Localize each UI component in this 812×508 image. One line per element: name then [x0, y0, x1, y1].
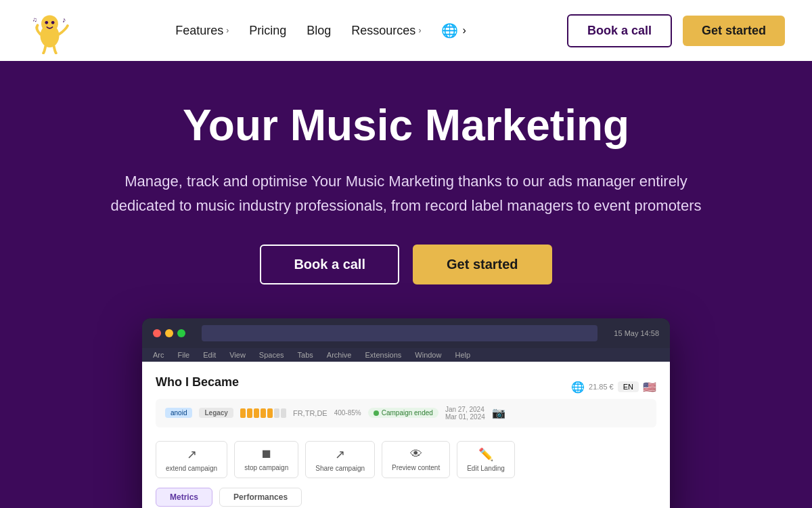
progress-bar-6 — [274, 408, 279, 418]
globe-small-icon: 🌐 — [571, 381, 585, 394]
start-date: Jan 27, 2024 — [445, 406, 485, 413]
browser-tabs-bar: Arc File Edit View Spaces Tabs Archive E… — [142, 348, 670, 362]
extensions-menu: Extensions — [365, 351, 402, 359]
nav-resources[interactable]: Ressources › — [351, 24, 421, 38]
resources-chevron-icon: › — [418, 26, 421, 35]
window-menu: Window — [415, 351, 441, 359]
lang-chevron-icon: › — [462, 24, 466, 37]
actions-and-metrics: ↗ extend campaign ⏹ stop campaign ↗ Shar… — [156, 434, 656, 478]
stop-icon: ⏹ — [261, 447, 273, 461]
nav-links: Features › Pricing Blog Ressources › 🌐 › — [175, 22, 466, 39]
language-badge: EN — [618, 381, 639, 392]
browser-content: Who I Became 🌐 21.85 € EN 🇺🇸 anoid Legac… — [142, 362, 670, 508]
url-bar[interactable] — [202, 325, 597, 341]
progress-bar-5 — [267, 408, 273, 418]
arc-tab: Arc — [153, 351, 164, 359]
campaign-status-tag: Campaign ended — [368, 408, 438, 418]
lang-flag-icon: 🇺🇸 — [643, 381, 656, 394]
book-call-hero-button[interactable]: Book a call — [260, 245, 399, 284]
edit-landing-button[interactable]: ✏️ Edit Landing — [457, 441, 515, 478]
book-call-nav-button[interactable]: Book a call — [567, 14, 672, 47]
navbar: ♪ ♫ Features › Pricing Blog Ressources ›… — [0, 0, 812, 61]
budget-value: 21.85 € — [589, 383, 614, 391]
progress-bars — [240, 408, 286, 418]
edit-icon: ✏️ — [478, 447, 493, 462]
hero-cta-buttons: Book a call Get started — [260, 245, 551, 284]
tabs-menu: Tabs — [298, 351, 313, 359]
extend-campaign-button[interactable]: ↗ extend campaign — [156, 441, 227, 478]
minimize-window-icon — [165, 329, 173, 337]
view-menu: View — [229, 351, 246, 359]
share-icon: ↗ — [335, 447, 345, 462]
adr-percent: 400-85% — [334, 409, 361, 417]
nav-blog[interactable]: Blog — [307, 24, 331, 38]
nav-actions: Book a call Get started — [567, 14, 785, 47]
preview-icon: 👁 — [410, 447, 422, 461]
extend-icon: ↗ — [187, 447, 197, 462]
stop-campaign-button[interactable]: ⏹ stop campaign — [234, 441, 298, 478]
archive-menu: Archive — [327, 351, 352, 359]
svg-point-2 — [45, 21, 48, 24]
language-selector[interactable]: 🌐 › — [441, 22, 466, 39]
get-started-nav-button[interactable]: Get started — [683, 16, 785, 46]
geo-tag: FR,TR,DE — [293, 409, 328, 417]
hero-section: Your Music Marketing Manage, track and o… — [0, 61, 812, 508]
end-date: Mar 01, 2024 — [445, 413, 485, 421]
spaces-menu: Spaces — [259, 351, 284, 359]
globe-icon: 🌐 — [441, 22, 458, 39]
budget-info: 🌐 21.85 € EN 🇺🇸 — [571, 381, 656, 394]
status-dot-icon — [374, 410, 379, 416]
instagram-icon: 📷 — [492, 406, 505, 419]
svg-text:♪: ♪ — [62, 16, 66, 24]
platform-tag: anoid — [165, 408, 192, 418]
nav-features[interactable]: Features › — [175, 24, 229, 38]
progress-bar-1 — [240, 408, 246, 418]
metrics-tabs: Metrics Performances — [156, 488, 656, 507]
features-chevron-icon: › — [226, 26, 229, 35]
legacy-tag: Legacy — [199, 408, 233, 418]
campaign-dates: Jan 27, 2024 Mar 01, 2024 — [445, 406, 485, 421]
logo[interactable]: ♪ ♫ — [27, 7, 74, 54]
browser-mockup: 15 May 14:58 Arc File Edit View Spaces T… — [142, 318, 670, 508]
nav-pricing[interactable]: Pricing — [249, 24, 286, 38]
progress-bar-4 — [261, 408, 266, 418]
progress-bar-2 — [247, 408, 252, 418]
progress-bar-7 — [281, 408, 286, 418]
hero-title: Your Music Marketing — [183, 102, 629, 149]
metrics-tab-button[interactable]: Metrics — [156, 488, 212, 507]
get-started-hero-button[interactable]: Get started — [413, 245, 552, 284]
close-window-icon — [153, 329, 161, 337]
svg-point-3 — [51, 21, 55, 24]
content-header: Who I Became 🌐 21.85 € EN 🇺🇸 — [156, 375, 656, 399]
preview-content-button[interactable]: 👁 Preview content — [382, 441, 450, 478]
help-menu: Help — [455, 351, 470, 359]
window-controls — [153, 329, 185, 337]
campaign-title: Who I Became — [156, 375, 239, 389]
svg-point-1 — [41, 15, 58, 32]
svg-text:♫: ♫ — [32, 16, 37, 23]
maximize-window-icon — [177, 329, 185, 337]
progress-bar-3 — [254, 408, 259, 418]
campaign-row: anoid Legacy FR,TR,DE 400-85% Campaign e… — [156, 399, 656, 427]
file-menu: File — [178, 351, 190, 359]
edit-menu: Edit — [203, 351, 216, 359]
hero-subtitle: Manage, track and optimise Your Music Ma… — [102, 169, 710, 217]
browser-chrome-bar: 15 May 14:58 — [142, 318, 670, 348]
performances-tab-button[interactable]: Performances — [219, 488, 302, 507]
browser-date: 15 May 14:58 — [614, 329, 659, 337]
action-buttons: ↗ extend campaign ⏹ stop campaign ↗ Shar… — [156, 441, 515, 478]
share-campaign-button[interactable]: ↗ Share campaign — [305, 441, 375, 478]
